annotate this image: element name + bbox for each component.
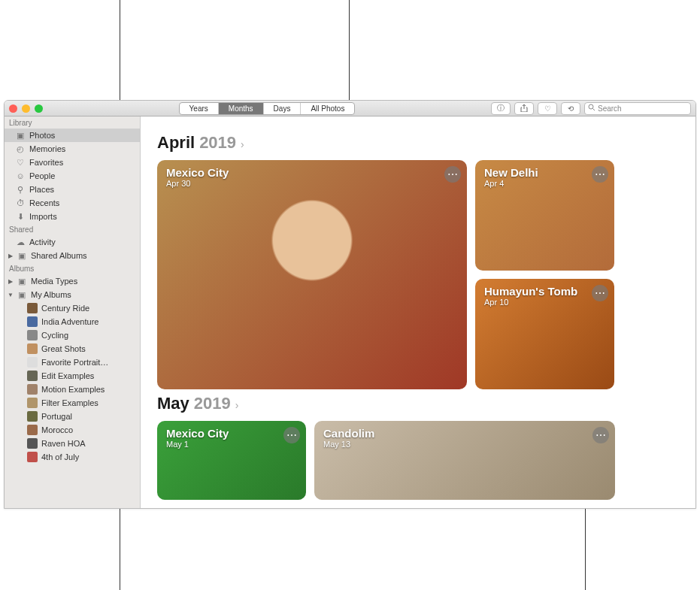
card-date: Apr 30 bbox=[166, 179, 229, 188]
sidebar: Library▣Photos◴Memories♡Favorites☺People… bbox=[5, 116, 141, 508]
month-header[interactable]: May2019› bbox=[157, 394, 679, 413]
album-raven-hoa[interactable]: Raven HOA bbox=[5, 437, 140, 450]
sidebar-item-activity[interactable]: ☁Activity bbox=[5, 235, 140, 249]
album-thumbnail-icon bbox=[27, 398, 38, 408]
album-india-adventure[interactable]: India Adventure bbox=[5, 315, 140, 328]
album-label: Morocco bbox=[41, 425, 73, 434]
more-button[interactable]: ⋯ bbox=[283, 427, 300, 443]
sidebar-item-label: Shared Albums bbox=[31, 251, 87, 260]
album-thumbnail-icon bbox=[27, 384, 38, 395]
minimize-button[interactable] bbox=[22, 104, 30, 113]
rotate-button[interactable]: ⟲ bbox=[561, 102, 580, 115]
album-label: Filter Examples bbox=[41, 398, 98, 407]
album-label: Favorite Portrait… bbox=[41, 358, 108, 367]
album-thumbnail-icon bbox=[27, 438, 38, 449]
card-date: Apr 10 bbox=[484, 298, 577, 307]
year-label: 2019 bbox=[199, 133, 236, 153]
album-morocco[interactable]: Morocco bbox=[5, 423, 140, 437]
month-header[interactable]: April2019› bbox=[157, 133, 679, 153]
album-thumbnail-icon bbox=[27, 411, 38, 422]
album-edit-examples[interactable]: Edit Examples bbox=[5, 369, 140, 383]
disclosure-triangle-icon[interactable]: ▶ bbox=[8, 278, 13, 285]
sidebar-item-places[interactable]: ⚲Places bbox=[5, 183, 140, 196]
card-label: Mexico CityMay 1 bbox=[166, 427, 229, 449]
search-field[interactable]: Search bbox=[584, 102, 691, 115]
sidebar-item-label: Photos bbox=[29, 131, 55, 140]
album-thumbnail-icon bbox=[27, 316, 38, 327]
photo-card[interactable]: Mexico CityMay 1⋯ bbox=[157, 421, 306, 500]
sidebar-item-people[interactable]: ☺People bbox=[5, 169, 140, 183]
sidebar-item-label: Media Types bbox=[31, 277, 77, 286]
info-button[interactable]: ⓘ bbox=[491, 102, 511, 115]
sidebar-item-label: Places bbox=[29, 185, 54, 194]
close-button[interactable] bbox=[9, 104, 17, 113]
photos-icon: ▣ bbox=[15, 130, 26, 141]
album-thumbnail-icon bbox=[27, 371, 38, 381]
clock-icon: ◴ bbox=[15, 144, 26, 154]
album-label: Portugal bbox=[41, 412, 72, 421]
album-filter-examples[interactable]: Filter Examples bbox=[5, 396, 140, 410]
recent-icon: ⏱ bbox=[15, 198, 26, 208]
album-thumbnail-icon bbox=[27, 303, 38, 313]
photo-card[interactable]: New DelhiApr 4⋯ bbox=[475, 160, 614, 271]
share-button[interactable] bbox=[514, 102, 534, 115]
album-label: India Adventure bbox=[41, 317, 98, 326]
album-label: 4th of July bbox=[41, 452, 79, 461]
chevron-right-icon: › bbox=[241, 138, 244, 150]
album-portugal[interactable]: Portugal bbox=[5, 410, 140, 423]
album-label: Motion Examples bbox=[41, 385, 105, 394]
tab-days[interactable]: Days bbox=[264, 103, 302, 114]
chevron-right-icon: › bbox=[235, 399, 239, 411]
disclosure-triangle-icon[interactable]: ▶ bbox=[8, 253, 13, 259]
folder-icon: ▣ bbox=[17, 289, 27, 300]
window-controls bbox=[9, 104, 43, 113]
folder-icon: ▣ bbox=[17, 276, 27, 286]
sidebar-item-media-types[interactable]: ▶▣Media Types bbox=[5, 274, 140, 288]
tab-years[interactable]: Years bbox=[180, 103, 219, 114]
zoom-button[interactable] bbox=[35, 104, 43, 113]
disclosure-triangle-icon[interactable]: ▼ bbox=[8, 292, 13, 298]
sidebar-item-my-albums[interactable]: ▼▣My Albums bbox=[5, 288, 140, 301]
year-label: 2019 bbox=[194, 394, 231, 413]
sidebar-item-recents[interactable]: ⏱Recents bbox=[5, 196, 140, 210]
sidebar-item-label: People bbox=[29, 171, 55, 180]
card-label: Mexico CityApr 30 bbox=[166, 166, 229, 188]
album-century-ride[interactable]: Century Ride bbox=[5, 301, 140, 315]
sidebar-item-imports[interactable]: ⬇Imports bbox=[5, 210, 140, 223]
more-button[interactable]: ⋯ bbox=[444, 166, 461, 183]
album-great-shots[interactable]: Great Shots bbox=[5, 342, 140, 356]
sidebar-item-favorites[interactable]: ♡Favorites bbox=[5, 156, 140, 169]
sidebar-item-label: Imports bbox=[29, 212, 57, 221]
album-favorite-portrait-[interactable]: Favorite Portrait… bbox=[5, 356, 140, 369]
album-label: Raven HOA bbox=[41, 439, 86, 448]
card-title: New Delhi bbox=[484, 166, 538, 179]
card-title: Mexico City bbox=[166, 427, 229, 440]
card-label: CandolimMay 13 bbox=[323, 427, 374, 449]
sidebar-item-memories[interactable]: ◴Memories bbox=[5, 142, 140, 156]
view-segmented-control: YearsMonthsDaysAll Photos bbox=[179, 102, 356, 115]
folder-icon: ▣ bbox=[17, 250, 27, 261]
more-button[interactable]: ⋯ bbox=[592, 427, 609, 443]
more-button[interactable]: ⋯ bbox=[592, 285, 608, 301]
sidebar-section-shared: Shared bbox=[5, 223, 140, 235]
photo-card[interactable]: CandolimMay 13⋯ bbox=[314, 421, 615, 500]
album-thumbnail-icon bbox=[27, 330, 38, 340]
sidebar-item-shared-albums[interactable]: ▶▣Shared Albums bbox=[5, 249, 140, 262]
card-title: Candolim bbox=[323, 427, 374, 440]
sidebar-item-photos[interactable]: ▣Photos bbox=[5, 129, 140, 142]
photo-card[interactable]: Mexico CityApr 30⋯ bbox=[157, 160, 467, 389]
photo-grid: Mexico CityMay 1⋯CandolimMay 13⋯ bbox=[157, 421, 679, 500]
photo-card[interactable]: Humayun's TombApr 10⋯ bbox=[475, 279, 614, 389]
album-thumbnail-icon bbox=[27, 343, 38, 354]
tab-months[interactable]: Months bbox=[219, 103, 264, 114]
app-window: YearsMonthsDaysAll Photos ⓘ ♡ ⟲ Search L… bbox=[4, 100, 696, 509]
favorite-button[interactable]: ♡ bbox=[538, 102, 557, 115]
tab-all-photos[interactable]: All Photos bbox=[301, 103, 354, 114]
more-button[interactable]: ⋯ bbox=[592, 166, 608, 183]
card-label: Humayun's TombApr 10 bbox=[484, 285, 577, 307]
album-motion-examples[interactable]: Motion Examples bbox=[5, 383, 140, 396]
album-cycling[interactable]: Cycling bbox=[5, 328, 140, 342]
album-4th-of-july[interactable]: 4th of July bbox=[5, 450, 140, 464]
album-label: Century Ride bbox=[41, 304, 89, 313]
sidebar-item-label: My Albums bbox=[31, 290, 71, 299]
